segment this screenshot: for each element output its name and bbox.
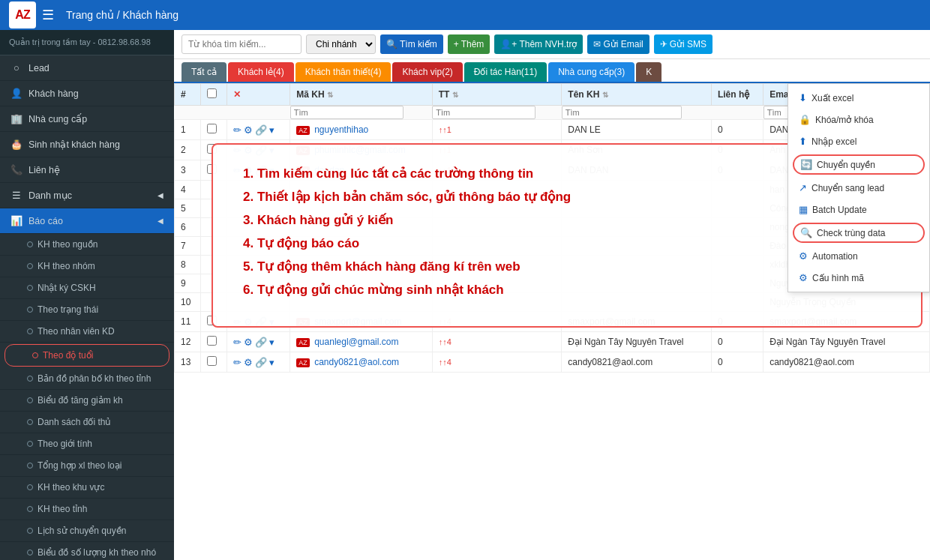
- transfer-icon: 🔄: [800, 159, 812, 170]
- filter-ma-kh[interactable]: [290, 106, 432, 120]
- menu-item-khoa-mo-khoa[interactable]: 🔒 Khóa/mở khóa: [788, 109, 929, 130]
- sidebar-sub-do-tuoi[interactable]: Theo độ tuổi: [4, 344, 170, 367]
- menu-item-chuyen-sang-lead[interactable]: ↗ Chuyển sang lead: [788, 177, 929, 199]
- tab-nha-cung[interactable]: Nhà cung cấp(3): [548, 62, 634, 82]
- az-brand-icon: AZ: [296, 338, 310, 347]
- customers-icon: 👤: [10, 88, 22, 99]
- row-num: 13: [175, 352, 201, 373]
- sidebar-sub-bieu-do-tang-giam[interactable]: Biểu đồ tăng giảm kh: [0, 390, 174, 412]
- menu-item-automation[interactable]: ⚙ Automation: [788, 245, 929, 267]
- sidebar-item-nha-cung-cap[interactable]: 🏢 Nhà cung cấp: [0, 106, 174, 132]
- col-delete[interactable]: ✕: [227, 84, 290, 106]
- sidebar-sub-bieu-do-sl[interactable]: Biểu đồ số lượng kh theo nhó: [0, 542, 174, 560]
- sidebar-sub-nhan-vien[interactable]: Theo nhân viên KD: [0, 321, 174, 343]
- customer-email: Đại Ngàn Tây Nguyên Travel: [764, 332, 930, 352]
- row-num: 2: [175, 140, 201, 160]
- tab-doi-tac[interactable]: Đối tác Hàn(11): [464, 62, 547, 82]
- search-button[interactable]: 🔍 Tìm kiếm: [380, 34, 443, 54]
- add-button[interactable]: + Thêm: [448, 34, 490, 54]
- customer-ma-kh[interactable]: candy0821@aol.com: [314, 357, 399, 367]
- customer-ma-kh[interactable]: nguyenthihao: [314, 124, 368, 135]
- sidebar-item-lead[interactable]: ○ Lead: [0, 55, 174, 81]
- copy-icon[interactable]: ⚙: [244, 124, 253, 136]
- tab-khach-le[interactable]: Khách lẻ(4): [228, 62, 294, 82]
- sidebar-sub-gioi-tinh[interactable]: Theo giới tính: [0, 433, 174, 455]
- edit-icon[interactable]: ✏: [233, 337, 242, 348]
- sidebar-item-lien-he[interactable]: 📞 Liên hệ: [0, 157, 174, 183]
- sidebar-sub-tong-hop[interactable]: Tổng hợp xl theo loại: [0, 455, 174, 477]
- grid-icon: ▦: [799, 204, 808, 215]
- menu-item-xuat-excel[interactable]: ⬇ Xuất excel: [788, 87, 929, 109]
- row-num: 12: [175, 332, 201, 352]
- copy-icon[interactable]: ⚙: [244, 357, 253, 368]
- select-all-checkbox[interactable]: [207, 88, 217, 98]
- branch-select[interactable]: Chi nhánh: [306, 34, 376, 54]
- col-num: #: [175, 84, 201, 106]
- col-ma-kh: Mã KH ⇅: [290, 84, 432, 106]
- copy-icon[interactable]: ⚙: [244, 337, 253, 348]
- table-container: # ✕ Mã KH ⇅ TT ⇅ Tên KH ⇅ Liên hệ Email …: [174, 83, 930, 560]
- col-tt: TT ⇅: [432, 84, 562, 106]
- breadcrumb-sep: /: [117, 9, 120, 21]
- menu-item-label: Nhập excel: [812, 136, 856, 147]
- sidebar-item-label: Liên hệ: [28, 164, 60, 175]
- send-sms-button[interactable]: ✈ Gửi SMS: [654, 34, 712, 54]
- sidebar-sub-khu-vuc[interactable]: KH theo khu vực: [0, 477, 174, 499]
- sidebar-item-sinh-nhat[interactable]: 🎂 Sinh nhật khách hàng: [0, 132, 174, 157]
- plus-icon: +: [454, 39, 459, 49]
- sidebar-sub-ban-do[interactable]: Bản đồ phân bố kh theo tỉnh: [0, 368, 174, 390]
- menu-item-nhap-excel[interactable]: ⬆ Nhập excel: [788, 130, 929, 152]
- tab-khach-than[interactable]: Khách thân thiết(4): [296, 62, 392, 82]
- more-icon[interactable]: ▾: [269, 357, 274, 368]
- link-icon[interactable]: 🔗: [255, 337, 267, 348]
- tab-all[interactable]: Tất cả: [182, 62, 226, 82]
- edit-icon[interactable]: ✏: [233, 357, 242, 368]
- row-checkbox[interactable]: [207, 356, 217, 366]
- menu-item-check-trung[interactable]: 🔍 Check trùng data: [793, 223, 925, 243]
- sidebar-submenu-bao-cao: KH theo nguồn KH theo nhóm Nhật ký CSKH …: [0, 234, 174, 560]
- sidebar-sub-kh-nhom[interactable]: KH theo nhóm: [0, 256, 174, 277]
- menu-item-batch-update[interactable]: ▦ Batch Update: [788, 199, 929, 220]
- sidebar-item-khach-hang[interactable]: 👤 Khách hàng: [0, 81, 174, 106]
- filter-ten-kh[interactable]: [562, 106, 712, 120]
- link-icon[interactable]: 🔗: [255, 357, 267, 368]
- send-email-button[interactable]: ✉ Gửi Email: [587, 34, 649, 54]
- breadcrumb-home[interactable]: Trang chủ: [66, 9, 114, 21]
- row-checkbox[interactable]: [207, 336, 217, 346]
- more-icon[interactable]: ▾: [269, 124, 274, 136]
- customer-ma-kh[interactable]: quanlegl@gmail.com: [314, 337, 398, 347]
- sidebar-item-label: Danh mục: [28, 190, 72, 201]
- sidebar-sub-nhat-ky[interactable]: Nhật ký CSKH: [0, 277, 174, 299]
- menu-item-label: Chuyển quyền: [817, 160, 875, 170]
- row-actions: ✏ ⚙ 🔗 ▾: [233, 124, 284, 136]
- sidebar-item-bao-cao[interactable]: 📊 Báo cáo ◀: [0, 208, 174, 234]
- menu-item-label: Batch Update: [812, 205, 867, 215]
- tab-k[interactable]: K: [636, 62, 662, 82]
- row-checkbox[interactable]: [207, 124, 217, 133]
- more-icon[interactable]: ▾: [269, 337, 274, 348]
- sidebar-item-label: Báo cáo: [28, 216, 63, 226]
- row-num: 8: [175, 256, 201, 274]
- add-nvh-button[interactable]: 👤+ Thêm NVH.trợ: [494, 34, 583, 54]
- menu-item-label: Cấu hình mã: [812, 273, 864, 283]
- sidebar-sub-tinh[interactable]: KH theo tỉnh: [0, 499, 174, 520]
- sidebar-sub-doi-thu[interactable]: Danh sách đối thủ: [0, 412, 174, 433]
- sidebar-item-label: Sinh nhật khách hàng: [28, 139, 120, 150]
- sidebar-sub-trang-thai[interactable]: Theo trạng thái: [0, 299, 174, 321]
- search-input[interactable]: [182, 34, 302, 54]
- tab-vip[interactable]: Khách vip(2): [392, 62, 462, 82]
- menu-item-chuyen-quyen[interactable]: 🔄 Chuyển quyền: [793, 154, 925, 175]
- status-badge: ↑↑1: [439, 125, 452, 134]
- sidebar-sub-kh-nguon[interactable]: KH theo nguồn: [0, 234, 174, 256]
- filter-tt[interactable]: [432, 106, 562, 120]
- edit-icon[interactable]: ✏: [233, 124, 242, 136]
- link-icon[interactable]: 🔗: [255, 124, 267, 136]
- sidebar-sub-lich-su[interactable]: Lịch sử chuyển quyền: [0, 520, 174, 542]
- sidebar-item-danh-muc[interactable]: ☰ Danh mục ◀: [0, 183, 174, 208]
- menu-toggle-icon[interactable]: ☰: [42, 7, 54, 23]
- col-checkbox[interactable]: [201, 84, 227, 106]
- content-area: Chi nhánh 🔍 Tìm kiếm + Thêm 👤+ Thêm NVH.…: [174, 30, 930, 560]
- menu-item-cau-hinh-ma[interactable]: ⚙ Cấu hình mã: [788, 267, 929, 289]
- toolbar: Chi nhánh 🔍 Tìm kiếm + Thêm 👤+ Thêm NVH.…: [174, 30, 930, 59]
- customer-lien-he: 0: [711, 120, 763, 140]
